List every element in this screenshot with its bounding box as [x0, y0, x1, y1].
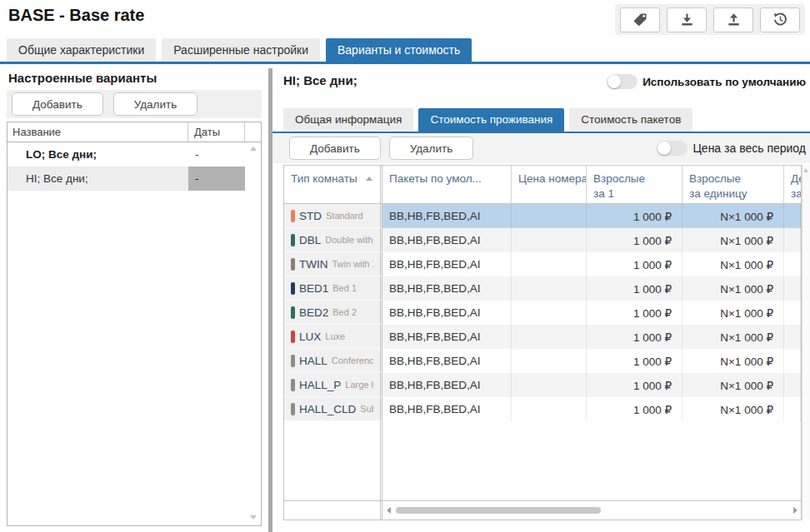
- room-price-cell[interactable]: [512, 301, 587, 325]
- period-price-toggle[interactable]: [657, 141, 688, 156]
- children-cell[interactable]: [784, 276, 801, 301]
- column-header-dates[interactable]: Даты: [188, 122, 244, 142]
- room-code: LUX: [299, 331, 321, 343]
- download-button[interactable]: [667, 7, 707, 32]
- price-delete-button[interactable]: Удалить: [389, 137, 474, 160]
- room-price-cell[interactable]: [512, 204, 587, 228]
- packages-cell[interactable]: BB,HB,FB,BED,AI: [382, 228, 512, 252]
- adults-per-unit-cell[interactable]: N×1 000 ₽: [682, 373, 784, 397]
- room-type-cell[interactable]: BED2 Bed 2: [284, 301, 382, 325]
- room-type-cell[interactable]: DBL Double with sing: [284, 228, 382, 252]
- tab-general-characteristics[interactable]: Общие характеристики: [7, 38, 156, 62]
- tag-button[interactable]: [620, 7, 660, 32]
- upload-button[interactable]: [713, 7, 753, 32]
- room-price-cell[interactable]: [512, 325, 587, 349]
- tab-general-info[interactable]: Общая информация: [283, 108, 413, 132]
- adults-per-unit-cell[interactable]: N×1 000 ₽: [682, 325, 784, 349]
- adults-per-unit-cell[interactable]: N×1 000 ₽: [682, 301, 784, 325]
- room-type-cell[interactable]: STD Standard: [284, 204, 382, 228]
- variant-row-hi[interactable]: HI; Все дни; -: [8, 167, 245, 191]
- tab-variants-and-price[interactable]: Варианты и стоимость: [326, 38, 472, 62]
- table-row[interactable]: LUX Luxe BB,HB,FB,BED,AI 1 000 ₽ N×1 000…: [284, 325, 801, 349]
- adults-per-unit-cell[interactable]: N×1 000 ₽: [682, 204, 784, 228]
- column-header-default-packages[interactable]: Пакеты по умол...: [382, 166, 512, 203]
- column-header-adults-per-1[interactable]: Взрослые за 1: [587, 166, 682, 203]
- table-row[interactable]: STD Standard BB,HB,FB,BED,AI 1 000 ₽ N×1…: [284, 204, 801, 228]
- adults-per-1-cell[interactable]: 1 000 ₽: [587, 276, 682, 301]
- adults-per-1-cell[interactable]: 1 000 ₽: [587, 301, 682, 325]
- room-price-cell[interactable]: [512, 228, 587, 252]
- room-type-cell[interactable]: HALL_CLD Subhalls: [284, 397, 382, 421]
- children-cell[interactable]: [784, 301, 801, 325]
- adults-per-1-cell[interactable]: 1 000 ₽: [587, 349, 682, 373]
- variant-delete-button[interactable]: Удалить: [113, 92, 198, 116]
- adults-per-unit-cell[interactable]: N×1 000 ₽: [682, 397, 784, 421]
- adults-per-unit-cell[interactable]: N×1 000 ₽: [682, 276, 784, 301]
- packages-cell[interactable]: BB,HB,FB,BED,AI: [382, 204, 512, 228]
- packages-cell[interactable]: BB,HB,FB,BED,AI: [382, 397, 512, 421]
- variants-panel-title: Настроенные варианты: [8, 71, 157, 85]
- column-header-name[interactable]: Название: [8, 126, 188, 138]
- tab-accommodation-price[interactable]: Стоимость проживания: [418, 108, 564, 132]
- children-cell[interactable]: [784, 373, 801, 397]
- horizontal-scrollbar[interactable]: [382, 501, 801, 520]
- adults-per-unit-cell[interactable]: N×1 000 ₽: [682, 252, 784, 276]
- children-cell[interactable]: [784, 325, 801, 349]
- history-button[interactable]: [760, 7, 800, 32]
- table-row[interactable]: HALL_P Large hall BB,HB,FB,BED,AI 1 000 …: [284, 373, 801, 397]
- adults-per-1-cell[interactable]: 1 000 ₽: [587, 373, 682, 397]
- packages-cell[interactable]: BB,HB,FB,BED,AI: [382, 349, 512, 373]
- column-header-room-type[interactable]: Тип комнаты: [284, 166, 382, 203]
- table-row[interactable]: HALL_CLD Subhalls BB,HB,FB,BED,AI 1 000 …: [284, 397, 801, 421]
- scroll-up-arrow[interactable]: [803, 168, 808, 172]
- room-type-cell[interactable]: LUX Luxe: [284, 325, 382, 349]
- packages-cell[interactable]: BB,HB,FB,BED,AI: [382, 301, 512, 325]
- room-price-cell[interactable]: [512, 276, 587, 301]
- adults-per-1-cell[interactable]: 1 000 ₽: [587, 204, 682, 228]
- adults-per-unit-cell[interactable]: N×1 000 ₽: [682, 228, 784, 252]
- table-row[interactable]: BED1 Bed 1 BB,HB,FB,BED,AI 1 000 ₽ N×1 0…: [284, 276, 801, 301]
- children-cell[interactable]: [784, 252, 801, 276]
- table-row[interactable]: BED2 Bed 2 BB,HB,FB,BED,AI 1 000 ₽ N×1 0…: [284, 301, 801, 325]
- table-row[interactable]: TWIN Twin with 2 bed BB,HB,FB,BED,AI 1 0…: [284, 252, 801, 276]
- variant-add-button[interactable]: Добавить: [12, 92, 103, 116]
- table-row[interactable]: HALL Conference hall BB,HB,FB,BED,AI 1 0…: [284, 349, 801, 373]
- room-type-cell[interactable]: HALL Conference hall: [284, 349, 382, 373]
- children-cell[interactable]: [784, 228, 801, 252]
- room-type-cell[interactable]: TWIN Twin with 2 bed: [284, 252, 382, 276]
- packages-cell[interactable]: BB,HB,FB,BED,AI: [382, 325, 512, 349]
- scroll-right-arrow[interactable]: [793, 507, 798, 514]
- packages-cell[interactable]: BB,HB,FB,BED,AI: [382, 276, 512, 301]
- scroll-up-arrow[interactable]: [250, 147, 257, 151]
- adults-per-1-cell[interactable]: 1 000 ₽: [587, 228, 682, 252]
- scroll-down-arrow[interactable]: [250, 515, 257, 520]
- variants-panel: Настроенные варианты Добавить Удалить На…: [0, 67, 268, 532]
- column-header-adults-per-unit[interactable]: Взрослые за единицу: [682, 166, 784, 203]
- scroll-left-arrow[interactable]: [387, 507, 391, 514]
- column-header-room-price[interactable]: Цена номера: [512, 166, 587, 203]
- adults-per-unit-cell[interactable]: N×1 000 ₽: [682, 349, 784, 373]
- room-price-cell[interactable]: [512, 397, 587, 421]
- room-price-cell[interactable]: [512, 373, 587, 397]
- children-cell[interactable]: [784, 349, 801, 373]
- use-default-toggle[interactable]: [607, 74, 638, 89]
- children-cell[interactable]: [784, 204, 801, 228]
- room-price-cell[interactable]: [512, 252, 587, 276]
- packages-cell[interactable]: BB,HB,FB,BED,AI: [382, 252, 512, 276]
- horizontal-scroll-thumb[interactable]: [396, 507, 601, 514]
- tab-package-price[interactable]: Стоимость пакетов: [569, 108, 692, 132]
- children-cell[interactable]: [784, 397, 801, 421]
- column-header-children[interactable]: Де за: [784, 166, 801, 203]
- tab-advanced-settings[interactable]: Расширенные настройки: [162, 38, 320, 62]
- adults-per-1-cell[interactable]: 1 000 ₽: [587, 325, 682, 349]
- variant-row-lo[interactable]: LO; Все дни; -: [8, 142, 245, 167]
- adults-per-1-cell[interactable]: 1 000 ₽: [587, 397, 682, 421]
- room-type-cell[interactable]: HALL_P Large hall: [284, 373, 382, 397]
- table-row[interactable]: DBL Double with sing BB,HB,FB,BED,AI 1 0…: [284, 228, 801, 252]
- vertical-scrollbar[interactable]: [802, 165, 810, 520]
- room-price-cell[interactable]: [512, 349, 587, 373]
- adults-per-1-cell[interactable]: 1 000 ₽: [587, 252, 682, 276]
- room-type-cell[interactable]: BED1 Bed 1: [284, 276, 382, 301]
- price-add-button[interactable]: Добавить: [289, 137, 381, 160]
- packages-cell[interactable]: BB,HB,FB,BED,AI: [382, 373, 512, 397]
